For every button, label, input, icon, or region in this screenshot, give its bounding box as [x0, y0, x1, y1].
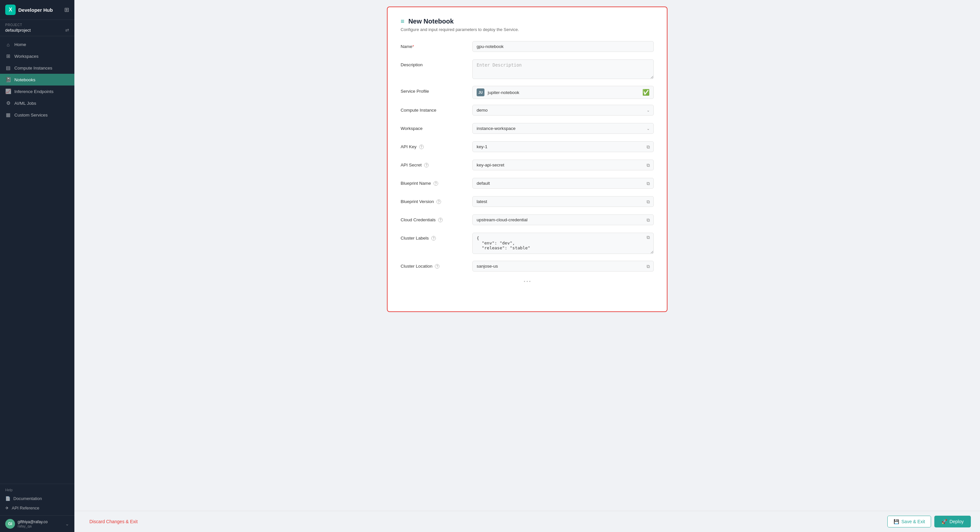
deploy-button[interactable]: 🚀 Deploy [934, 516, 971, 527]
cloud-credentials-hint-icon[interactable]: ? [438, 218, 443, 222]
blueprint-version-hint-icon[interactable]: ? [436, 199, 441, 204]
deploy-label: Deploy [949, 519, 964, 524]
sidebar: X Developer Hub ⊞ PROJECT defaultproject… [0, 0, 75, 532]
sidebar-header: X Developer Hub ⊞ [0, 0, 75, 20]
blueprint-name-row: Blueprint Name ? ⧉ [401, 178, 654, 190]
form-header-icon: ≡ [401, 18, 404, 25]
cluster-labels-input[interactable] [473, 233, 654, 254]
name-required: * [412, 44, 414, 49]
service-profile-wrapper: JU jupiter-notebook ✅ [473, 86, 654, 99]
api-secret-hint-icon[interactable]: ? [424, 163, 429, 167]
save-label: Save & Exit [901, 519, 925, 524]
cluster-labels-copy-button[interactable]: ⧉ [645, 234, 651, 241]
user-role: rafay_qa [18, 524, 48, 528]
user-menu-chevron[interactable]: ⌄ [65, 521, 69, 526]
description-input[interactable] [473, 59, 654, 79]
project-name-row: defaultproject ⇄ [5, 27, 69, 33]
api-secret-row: API Secret ? ⧉ [401, 159, 654, 172]
workspace-select[interactable]: instance-workspace [473, 123, 654, 134]
user-details: gifthiya@rafay.co rafay_qa [18, 519, 48, 528]
cluster-location-label: Cluster Location ? [401, 261, 473, 269]
blueprint-name-label: Blueprint Name ? [401, 178, 473, 186]
help-section: Help 📄 Documentation ✈ API Reference [0, 484, 75, 515]
blueprint-name-wrapper: ⧉ [473, 178, 654, 189]
swap-icon[interactable]: ⇄ [65, 27, 69, 33]
cluster-location-row: Cluster Location ? ⧉ [401, 261, 654, 273]
sidebar-item-workspaces[interactable]: ⊞ Workspaces [0, 50, 75, 62]
sidebar-item-custom-services[interactable]: ▦ Custom Services [0, 109, 75, 121]
blueprint-version-input[interactable] [473, 196, 654, 207]
compute-instance-select[interactable]: demo [473, 105, 654, 116]
project-name: defaultproject [5, 28, 31, 33]
form-subtitle: Configure and input required parameters … [401, 27, 654, 32]
cluster-labels-label: Cluster Labels ? [401, 233, 473, 241]
api-secret-label: API Secret ? [401, 159, 473, 167]
description-label: Description [401, 59, 473, 67]
service-profile-label: Service Profile [401, 86, 473, 94]
blueprint-name-copy-button[interactable]: ⧉ [645, 180, 651, 187]
notebooks-icon: 📓 [5, 77, 11, 83]
name-input[interactable] [473, 41, 654, 52]
more-content-indicator: • • • [401, 279, 654, 284]
form-header: ≡ New Notebook [401, 18, 654, 25]
api-secret-copy-button[interactable]: ⧉ [645, 162, 651, 169]
aiml-icon: ⚙ [5, 100, 11, 106]
sidebar-logo: X Developer Hub [5, 5, 53, 15]
sidebar-item-inference-label: Inference Endpoints [14, 89, 54, 94]
discard-button[interactable]: Discard Changes & Exit [84, 516, 143, 527]
sidebar-item-notebooks-label: Notebooks [14, 77, 35, 82]
api-ref-label: API Reference [12, 506, 40, 510]
blueprint-version-label: Blueprint Version ? [401, 196, 473, 204]
deploy-icon: 🚀 [942, 519, 947, 524]
api-secret-input[interactable] [473, 159, 654, 170]
service-profile-field[interactable]: JU jupiter-notebook ✅ [473, 86, 654, 99]
sidebar-item-api-ref[interactable]: ✈ API Reference [5, 503, 69, 513]
sidebar-item-docs[interactable]: 📄 Documentation [5, 494, 69, 503]
blueprint-name-input[interactable] [473, 178, 654, 189]
workspaces-icon: ⊞ [5, 53, 11, 59]
blueprint-name-hint-icon[interactable]: ? [434, 181, 438, 186]
docs-icon: 📄 [5, 496, 10, 501]
cluster-location-input[interactable] [473, 261, 654, 272]
sidebar-item-compute[interactable]: ▤ Compute Instances [0, 62, 75, 74]
api-key-copy-button[interactable]: ⧉ [645, 143, 651, 150]
workspace-label: Workspace [401, 123, 473, 131]
api-key-input[interactable] [473, 141, 654, 152]
blueprint-version-wrapper: ⧉ [473, 196, 654, 207]
cluster-location-hint-icon[interactable]: ? [435, 264, 439, 269]
cloud-credentials-input[interactable] [473, 214, 654, 225]
cloud-credentials-label: Cloud Credentials ? [401, 214, 473, 222]
sidebar-item-notebooks[interactable]: 📓 Notebooks [0, 74, 75, 86]
sidebar-item-custom-label: Custom Services [14, 113, 48, 118]
api-key-wrapper: ⧉ [473, 141, 654, 152]
compute-icon: ▤ [5, 65, 11, 71]
grid-icon[interactable]: ⊞ [64, 6, 69, 13]
user-info: GI gifthiya@rafay.co rafay_qa [5, 519, 48, 529]
compute-instance-label: Compute Instance [401, 105, 473, 113]
cloud-credentials-row: Cloud Credentials ? ⧉ [401, 214, 654, 227]
compute-instance-wrapper: demo ⌄ [473, 105, 654, 116]
sidebar-item-inference[interactable]: 📈 Inference Endpoints [0, 86, 75, 97]
cluster-labels-hint-icon[interactable]: ? [431, 236, 436, 241]
footer-btn-group: 💾 Save & Exit 🚀 Deploy [887, 516, 971, 527]
save-icon: 💾 [894, 519, 899, 524]
service-profile-row: Service Profile JU jupiter-notebook ✅ [401, 86, 654, 99]
nav-section: ⌂ Home ⊞ Workspaces ▤ Compute Instances … [0, 36, 75, 484]
name-row: Name* [401, 41, 654, 54]
name-label: Name* [401, 41, 473, 49]
sidebar-item-home[interactable]: ⌂ Home [0, 39, 75, 50]
name-field-wrapper [473, 41, 654, 52]
cloud-credentials-copy-button[interactable]: ⧉ [645, 217, 651, 223]
cluster-location-copy-button[interactable]: ⧉ [645, 263, 651, 269]
form-panel: ≡ New Notebook Configure and input requi… [387, 6, 667, 312]
project-section: PROJECT defaultproject ⇄ [0, 20, 75, 36]
help-label: Help [5, 488, 69, 492]
sidebar-item-aiml[interactable]: ⚙ AI/ML Jobs [0, 97, 75, 109]
app-name: Developer Hub [18, 7, 53, 13]
api-key-hint-icon[interactable]: ? [419, 145, 424, 149]
blueprint-version-row: Blueprint Version ? ⧉ [401, 196, 654, 209]
home-icon: ⌂ [5, 42, 11, 47]
blueprint-version-copy-button[interactable]: ⧉ [645, 198, 651, 205]
save-exit-button[interactable]: 💾 Save & Exit [887, 516, 931, 527]
cloud-credentials-wrapper: ⧉ [473, 214, 654, 225]
